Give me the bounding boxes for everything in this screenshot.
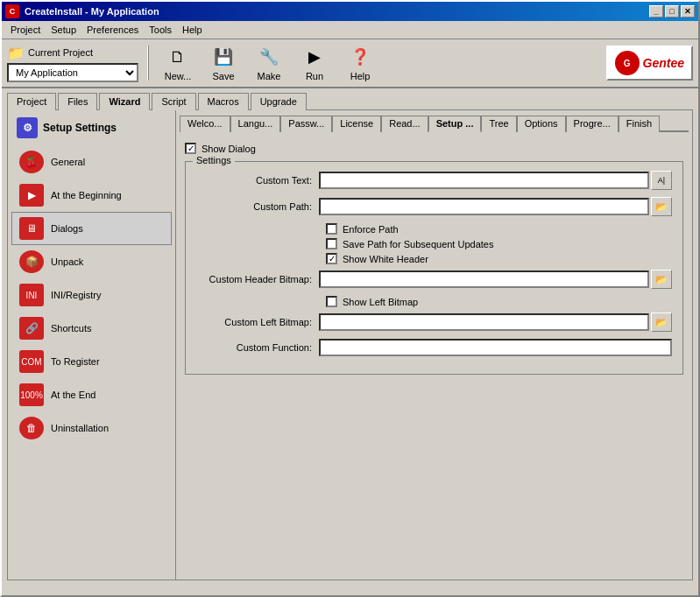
run-button[interactable]: ▶ Run [294, 42, 335, 84]
save-path-checkbox[interactable] [326, 238, 337, 249]
title-bar: C CreateInstall - My Application _ □ ✕ [2, 2, 698, 21]
sidebar-item-beginning[interactable]: ▶ At the Beginning [11, 179, 172, 212]
custom-header-bitmap-row: Custom Header Bitmap: 📂 [196, 270, 672, 289]
minimize-button[interactable]: _ [649, 5, 663, 18]
menu-tools[interactable]: Tools [144, 23, 177, 37]
custom-left-bitmap-button[interactable]: 📂 [651, 313, 672, 332]
tab-upgrade[interactable]: Upgrade [251, 93, 307, 110]
sub-tab-options[interactable]: Options [517, 116, 566, 132]
settings-group-label: Settings [193, 155, 235, 165]
right-panel: Welco... Langu... Passw... License Read.… [176, 110, 692, 579]
dialogs-icon: 🖥 [19, 217, 44, 240]
window-title: CreateInstall - My Application [25, 6, 649, 17]
sidebar-item-ini[interactable]: INI INI/Registry [11, 278, 172, 312]
app-icon: C [5, 4, 19, 18]
sidebar-label-shortcuts: Shortcuts [51, 323, 91, 334]
sidebar-title: Setup Settings [43, 122, 117, 134]
show-white-label: Show White Header [343, 254, 428, 264]
ini-icon: INI [19, 284, 44, 306]
project-folder-icon: 📁 [7, 45, 25, 61]
help-button[interactable]: ❓ Help [340, 42, 380, 84]
custom-left-bitmap-input[interactable] [319, 313, 649, 331]
enforce-path-row: Enforce Path [326, 223, 672, 235]
sidebar-item-unpack[interactable]: 📦 Unpack [11, 245, 172, 278]
menu-setup[interactable]: Setup [46, 23, 81, 37]
custom-text-button[interactable]: A| [651, 171, 672, 190]
save-label: Save [212, 71, 234, 81]
sub-tab-language[interactable]: Langu... [230, 116, 281, 132]
atend-icon: 100% [19, 383, 44, 406]
window-controls: _ □ ✕ [649, 5, 695, 18]
shortcuts-icon: 🔗 [19, 317, 44, 340]
show-white-checkbox[interactable]: ✓ [326, 253, 337, 264]
tab-project[interactable]: Project [7, 93, 56, 110]
sidebar: ⚙ Setup Settings 🍒 General ▶ At the Begi… [8, 110, 176, 579]
custom-function-input[interactable] [319, 339, 672, 356]
custom-path-input[interactable] [319, 198, 649, 215]
sub-tab-password[interactable]: Passw... [280, 116, 332, 132]
menu-project[interactable]: Project [5, 23, 46, 37]
make-label: Make [258, 71, 281, 81]
sub-tab-welcome[interactable]: Welco... [180, 116, 230, 132]
sub-tab-finish[interactable]: Finish [619, 116, 660, 132]
sidebar-item-shortcuts[interactable]: 🔗 Shortcuts [11, 312, 172, 345]
new-icon: 🗋 [164, 45, 192, 69]
maximize-button[interactable]: □ [665, 5, 679, 18]
settings-group: Settings Custom Text: A| Custom Path: 📂 [185, 161, 683, 375]
sidebar-item-dialogs[interactable]: 🖥 Dialogs [11, 212, 172, 245]
save-button[interactable]: 💾 Save [203, 42, 244, 84]
show-left-bitmap-checkbox[interactable] [326, 296, 337, 307]
custom-text-row: Custom Text: A| [196, 171, 672, 190]
save-icon: 💾 [209, 45, 237, 69]
new-button[interactable]: 🗋 New... [158, 42, 198, 84]
tab-wizard[interactable]: Wizard [99, 93, 150, 110]
custom-left-bitmap-row: Custom Left Bitmap: 📂 [196, 313, 672, 332]
custom-path-row: Custom Path: 📂 [196, 197, 672, 216]
sidebar-item-register[interactable]: COM To Register [11, 345, 172, 378]
custom-function-row: Custom Function: [196, 339, 672, 356]
save-path-label: Save Path for Subsequent Updates [343, 239, 493, 249]
project-dropdown: My Application [7, 63, 138, 82]
close-button[interactable]: ✕ [681, 5, 695, 18]
sub-tab-tree[interactable]: Tree [481, 116, 516, 132]
tab-macros[interactable]: Macros [198, 93, 249, 110]
project-select[interactable]: My Application [7, 63, 138, 82]
custom-path-button[interactable]: 📂 [651, 197, 672, 216]
sidebar-label-ini: INI/Registry [51, 290, 101, 300]
custom-text-input[interactable] [319, 172, 649, 189]
sidebar-item-general[interactable]: 🍒 General [11, 145, 172, 179]
menu-preferences[interactable]: Preferences [81, 23, 144, 37]
show-dialog-label: Show Dialog [202, 144, 256, 154]
custom-header-bitmap-button[interactable]: 📂 [651, 270, 672, 289]
sidebar-item-atend[interactable]: 100% At the End [11, 378, 172, 411]
tab-files[interactable]: Files [58, 93, 97, 110]
sidebar-item-uninstall[interactable]: 🗑 Uninstallation [11, 411, 172, 445]
menu-help[interactable]: Help [177, 23, 208, 37]
main-tabs: Project Files Wizard Script Macros Upgra… [2, 88, 698, 109]
show-dialog-checkbox[interactable]: ✓ [185, 143, 196, 154]
show-left-bitmap-row: Show Left Bitmap [326, 296, 672, 307]
sub-tabs: Welco... Langu... Passw... License Read.… [180, 114, 689, 132]
sidebar-label-general: General [51, 157, 85, 167]
make-button[interactable]: 🔧 Make [249, 42, 289, 84]
custom-header-bitmap-label: Custom Header Bitmap: [196, 274, 319, 284]
custom-header-bitmap-input[interactable] [319, 270, 649, 288]
toolbar-separator-1 [147, 46, 149, 81]
sub-tab-readme[interactable]: Read... [381, 116, 428, 132]
gentee-text: Gentee [643, 56, 684, 70]
enforce-path-checkbox[interactable] [326, 223, 337, 235]
custom-path-label: Custom Path: [196, 201, 319, 212]
tab-script[interactable]: Script [152, 93, 195, 110]
general-icon: 🍒 [19, 151, 44, 173]
sub-tab-setup[interactable]: Setup ... [428, 116, 482, 132]
sub-tab-progress[interactable]: Progre... [566, 116, 619, 132]
register-icon: COM [19, 350, 44, 373]
sub-tab-license[interactable]: License [332, 116, 381, 132]
sidebar-label-atend: At the End [51, 390, 95, 400]
sidebar-label-register: To Register [51, 356, 100, 367]
new-label: New... [165, 71, 192, 81]
sidebar-label-uninstall: Uninstallation [51, 423, 109, 433]
make-icon: 🔧 [255, 45, 283, 69]
save-path-row: Save Path for Subsequent Updates [326, 238, 672, 249]
main-content: ⚙ Setup Settings 🍒 General ▶ At the Begi… [7, 109, 693, 580]
